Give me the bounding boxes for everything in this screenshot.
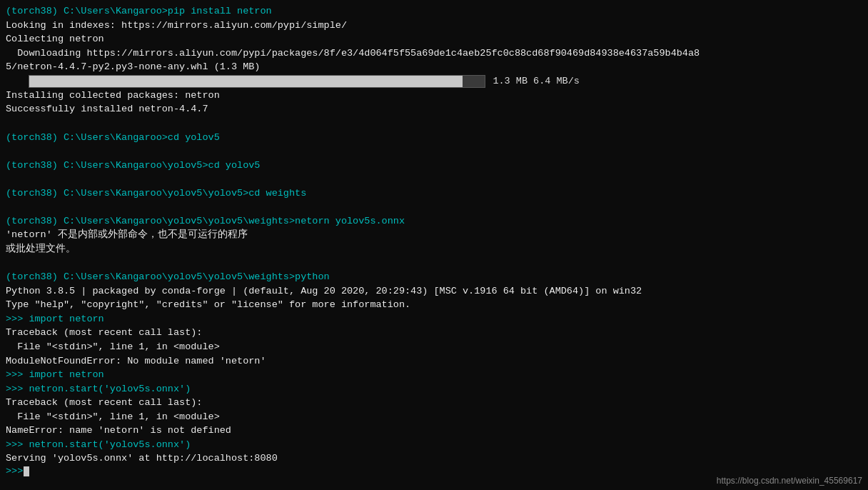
terminal-line: Looking in indexes: https://mirrors.aliy…: [6, 19, 862, 33]
terminal-line: >>> import netorn: [6, 312, 862, 326]
terminal-line: [6, 200, 862, 214]
terminal-cursor: [24, 466, 29, 476]
terminal-line: ModuleNotFoundError: No module named 'ne…: [6, 354, 862, 369]
terminal-line: Type "help", "copyright", "credits" or "…: [6, 298, 862, 312]
terminal-line: (torch38) C:\Users\Kangaroo\yolov5>cd yo…: [6, 159, 862, 173]
progress-text: 1.3 MB 6.4 MB/s: [493, 76, 580, 86]
terminal-line: Traceback (most recent call last):: [6, 396, 862, 410]
terminal-window: (torch38) C:\Users\Kangaroo>pip install …: [0, 0, 868, 490]
terminal-line: [6, 144, 862, 159]
terminal-line: Successfully installed netron-4.4.7: [6, 102, 862, 116]
terminal-line: >>> netron.start('yolov5s.onnx'): [6, 382, 862, 396]
terminal-line: File "<stdin>", line 1, in <module>: [6, 340, 862, 354]
terminal-line: 'netorn' 不是内部或外部命令，也不是可运行的程序: [6, 228, 862, 242]
terminal-line: Downloading https://mirrors.aliyun.com/p…: [6, 46, 862, 61]
terminal-line: Serving 'yolov5s.onnx' at http://localho…: [6, 451, 862, 466]
terminal-line: >>> netron.start('yolov5s.onnx'): [6, 438, 862, 452]
terminal-line: NameError: name 'netorn' is not defined: [6, 424, 862, 438]
terminal-line: Traceback (most recent call last):: [6, 326, 862, 340]
terminal-prompt: >>>: [6, 466, 23, 476]
terminal-input-line[interactable]: >>>: [6, 466, 862, 476]
terminal-line: 5/netron-4.4.7-py2.py3-none-any.whl (1.3…: [6, 60, 862, 74]
terminal-line: File "<stdin>", line 1, in <module>: [6, 410, 862, 424]
terminal-line: (torch38) C:\Users\Kangaroo\yolov5\yolov…: [6, 214, 862, 229]
progress-bar: [29, 75, 485, 88]
watermark: https://blog.csdn.net/weixin_45569617: [717, 476, 862, 486]
terminal-line: Installing collected packages: netron: [6, 89, 862, 103]
progress-bar-fill: [29, 76, 462, 87]
terminal-line: (torch38) C:\Users\Kangaroo\yolov5\yolov…: [6, 186, 862, 201]
terminal-line: Collecting netron: [6, 32, 862, 46]
terminal-line: (torch38) C:\Users\Kangaroo>pip install …: [6, 4, 862, 19]
terminal-line: >>> import netron: [6, 368, 862, 382]
progress-bar-row: 1.3 MB 6.4 MB/s: [6, 75, 862, 88]
terminal-line: (torch38) C:\Users\Kangaroo>cd yolov5: [6, 131, 862, 145]
terminal-line: 或批处理文件。: [6, 242, 862, 256]
terminal-line: (torch38) C:\Users\Kangaroo\yolov5\yolov…: [6, 270, 862, 284]
terminal-line: Python 3.8.5 | packaged by conda-forge |…: [6, 284, 862, 299]
terminal-line: [6, 172, 862, 186]
terminal-line: [6, 116, 862, 131]
terminal-line: [6, 256, 862, 271]
